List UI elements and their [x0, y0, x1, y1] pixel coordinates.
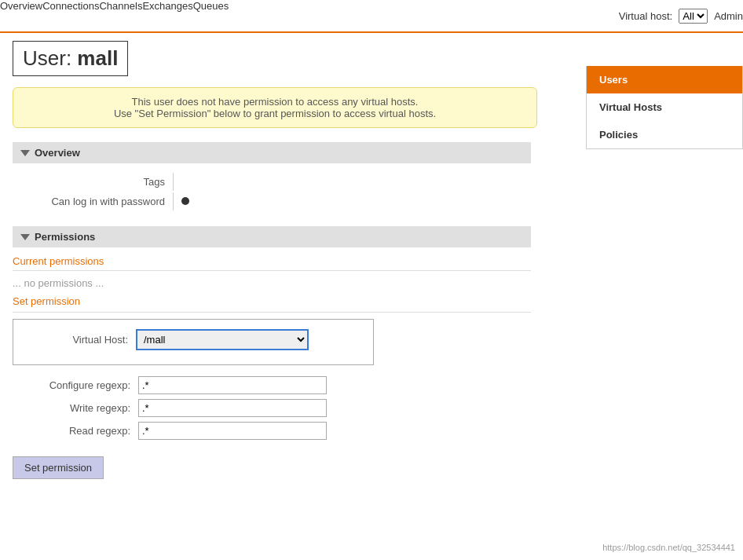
nav-exchanges[interactable]: Exchanges: [142, 0, 192, 31]
set-permission-button[interactable]: Set permission: [13, 456, 104, 479]
admin-menu-virtual-hosts[interactable]: Virtual Hosts: [587, 93, 742, 121]
nav-admin[interactable]: Admin: [714, 10, 743, 22]
overview-table: Tags Can log in with password: [13, 171, 531, 212]
warning-box: This user does not have permission to ac…: [13, 87, 537, 128]
divider1: [13, 270, 531, 271]
virtual-host-label: Virtual host:: [619, 10, 672, 22]
divider2: [13, 312, 531, 313]
configure-row: Configure regexp:: [13, 376, 537, 394]
can-log-value: [173, 192, 529, 210]
page-content: User: mall This user does not have permi…: [0, 33, 550, 495]
can-log-bullet-icon: [181, 197, 189, 205]
virtual-host-row: Virtual Host: /mall: [26, 329, 361, 350]
permission-form-box: Virtual Host: /mall: [13, 319, 374, 365]
permissions-title: Permissions: [35, 231, 95, 243]
overview-triangle-icon: [20, 150, 30, 156]
tags-row: Tags: [14, 173, 529, 191]
virtual-host-form-label: Virtual Host:: [26, 334, 136, 346]
read-label: Read regexp:: [13, 425, 138, 437]
read-input[interactable]: [138, 422, 327, 440]
overview-section-header: Overview: [13, 142, 531, 163]
current-permissions-label: Current permissions: [13, 255, 537, 267]
write-label: Write regexp:: [13, 402, 138, 414]
overview-title: Overview: [35, 147, 80, 159]
warning-line1: This user does not have permission to ac…: [26, 96, 524, 108]
top-right-area: Virtual host: All Admin: [619, 0, 743, 31]
nav-connections[interactable]: Connections: [42, 0, 99, 31]
configure-input[interactable]: [138, 376, 327, 394]
page-title: User: mall: [23, 46, 118, 71]
nav-overview[interactable]: Overview: [0, 0, 42, 31]
nav-queues[interactable]: Queues: [193, 0, 229, 31]
user-title-box: User: mall: [13, 41, 128, 76]
no-permissions-text: ... no permissions ...: [13, 277, 537, 289]
permissions-section-header: Permissions: [13, 226, 531, 247]
username: mall: [77, 46, 118, 70]
set-permission-label: Set permission: [13, 295, 537, 307]
virtual-host-select[interactable]: All: [679, 9, 708, 24]
virtual-host-form-select[interactable]: /mall: [136, 329, 309, 350]
write-row: Write regexp:: [13, 399, 537, 417]
permissions-triangle-icon: [20, 234, 30, 240]
tags-value: [173, 173, 529, 191]
permissions-section: Current permissions ... no permissions .…: [13, 255, 537, 479]
tags-label: Tags: [14, 173, 171, 191]
nav-channels[interactable]: Channels: [99, 0, 142, 31]
can-log-row: Can log in with password: [14, 192, 529, 210]
write-input[interactable]: [138, 399, 327, 417]
can-log-label: Can log in with password: [14, 192, 171, 210]
read-row: Read regexp:: [13, 422, 537, 440]
admin-menu-users[interactable]: Users: [587, 66, 742, 93]
admin-dropdown-menu: Users Virtual Hosts Policies: [586, 66, 743, 149]
configure-label: Configure regexp:: [13, 379, 138, 391]
admin-menu-policies[interactable]: Policies: [587, 121, 742, 148]
warning-line2: Use "Set Permission" below to grant perm…: [26, 108, 524, 119]
nav-bar: Overview Connections Channels Exchanges …: [0, 0, 743, 33]
